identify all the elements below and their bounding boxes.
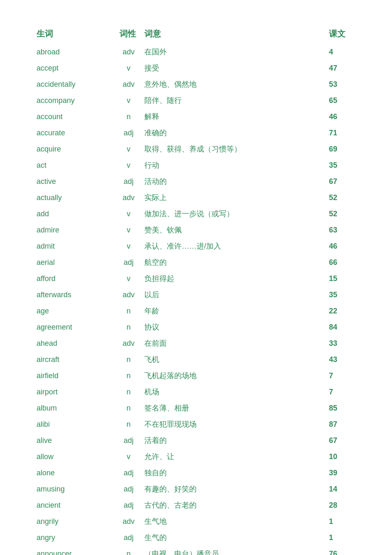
table-row: announcern（电视、电台）播音员76 [33, 546, 359, 555]
cell-meaning: 解释 [141, 109, 326, 125]
cell-lesson: 35 [326, 287, 359, 303]
cell-lesson: 84 [326, 319, 359, 335]
cell-meaning: 负担得起 [141, 271, 326, 287]
cell-lesson: 22 [326, 303, 359, 319]
cell-meaning: （电视、电台）播音员 [141, 546, 326, 555]
cell-pos: v [116, 93, 141, 109]
cell-meaning: 古代的、古老的 [141, 497, 326, 513]
cell-pos: v [116, 222, 141, 238]
table-row: actv行动35 [33, 157, 359, 174]
cell-word: angrily [33, 513, 116, 530]
cell-word: alive [33, 433, 116, 449]
cell-lesson: 46 [326, 109, 359, 125]
cell-lesson: 67 [326, 174, 359, 190]
cell-word: agreement [33, 319, 116, 335]
cell-lesson: 28 [326, 497, 359, 513]
cell-meaning: 签名薄、相册 [141, 400, 326, 416]
cell-lesson: 63 [326, 222, 359, 238]
cell-pos: adv [116, 335, 141, 352]
cell-lesson: 46 [326, 238, 359, 254]
cell-meaning: 接受 [141, 60, 326, 76]
cell-word: ancient [33, 497, 116, 513]
cell-word: accidentally [33, 76, 116, 93]
table-row: accountn解释46 [33, 109, 359, 125]
cell-meaning: 陪伴、随行 [141, 93, 326, 109]
cell-word: account [33, 109, 116, 125]
table-row: admirev赞美、钦佩63 [33, 222, 359, 238]
cell-word: allow [33, 449, 116, 465]
cell-meaning: 年龄 [141, 303, 326, 319]
table-row: addv做加法、进一步说（或写）52 [33, 206, 359, 222]
cell-word: accurate [33, 125, 116, 141]
cell-lesson: 33 [326, 335, 359, 352]
cell-pos: adv [116, 287, 141, 303]
table-row: angrilyadv生气地1 [33, 513, 359, 530]
table-row: alibin不在犯罪现现场87 [33, 416, 359, 433]
cell-word: amusing [33, 481, 116, 497]
cell-lesson: 1 [326, 530, 359, 546]
cell-pos: v [116, 157, 141, 174]
header-lesson: 课文 [326, 25, 359, 44]
cell-meaning: 活动的 [141, 174, 326, 190]
cell-lesson: 35 [326, 157, 359, 174]
table-row: acceptv接受47 [33, 60, 359, 76]
cell-word: aerial [33, 254, 116, 271]
cell-lesson: 66 [326, 254, 359, 271]
cell-pos: adj [116, 254, 141, 271]
cell-word: ahead [33, 335, 116, 352]
cell-pos: adj [116, 125, 141, 141]
cell-pos: n [116, 352, 141, 368]
table-row: aloneadj独自的39 [33, 465, 359, 481]
cell-pos: adj [116, 530, 141, 546]
header-word: 生词 [33, 25, 116, 44]
cell-word: act [33, 157, 116, 174]
cell-lesson: 52 [326, 206, 359, 222]
cell-lesson: 15 [326, 271, 359, 287]
cell-lesson: 76 [326, 546, 359, 555]
cell-word: acquire [33, 141, 116, 157]
cell-meaning: 做加法、进一步说（或写） [141, 206, 326, 222]
cell-meaning: 协议 [141, 319, 326, 335]
cell-meaning: 独自的 [141, 465, 326, 481]
table-row: allowv允许、让10 [33, 449, 359, 465]
table-row: affordv负担得起15 [33, 271, 359, 287]
cell-lesson: 69 [326, 141, 359, 157]
cell-pos: adv [116, 44, 141, 60]
cell-word: admit [33, 238, 116, 254]
table-row: amusingadj有趣的、好笑的14 [33, 481, 359, 497]
cell-meaning: 赞美、钦佩 [141, 222, 326, 238]
cell-word: afford [33, 271, 116, 287]
cell-meaning: 飞机 [141, 352, 326, 368]
table-row: ancientadj古代的、古老的28 [33, 497, 359, 513]
table-row: actuallyadv实际上52 [33, 190, 359, 206]
cell-word: airfield [33, 368, 116, 384]
cell-meaning: 机场 [141, 384, 326, 400]
cell-lesson: 10 [326, 449, 359, 465]
cell-lesson: 87 [326, 416, 359, 433]
cell-pos: n [116, 303, 141, 319]
table-row: aerialadj航空的66 [33, 254, 359, 271]
cell-pos: adj [116, 497, 141, 513]
cell-lesson: 53 [326, 76, 359, 93]
cell-word: admire [33, 222, 116, 238]
cell-meaning: 行动 [141, 157, 326, 174]
cell-pos: v [116, 238, 141, 254]
cell-word: afterwards [33, 287, 116, 303]
header-meaning: 词意 [141, 25, 326, 44]
table-row: accurateadj准确的71 [33, 125, 359, 141]
cell-meaning: 不在犯罪现现场 [141, 416, 326, 433]
cell-meaning: 有趣的、好笑的 [141, 481, 326, 497]
cell-meaning: 生气地 [141, 513, 326, 530]
table-row: accompanyv陪伴、随行65 [33, 93, 359, 109]
cell-pos: n [116, 400, 141, 416]
cell-pos: adj [116, 174, 141, 190]
cell-word: age [33, 303, 116, 319]
table-row: aliveadj活着的67 [33, 433, 359, 449]
cell-pos: adj [116, 465, 141, 481]
cell-lesson: 85 [326, 400, 359, 416]
cell-pos: v [116, 449, 141, 465]
cell-word: announcer [33, 546, 116, 555]
table-row: angryadj生气的1 [33, 530, 359, 546]
header-pos: 词性 [116, 25, 141, 44]
table-row: afterwardsadv以后35 [33, 287, 359, 303]
